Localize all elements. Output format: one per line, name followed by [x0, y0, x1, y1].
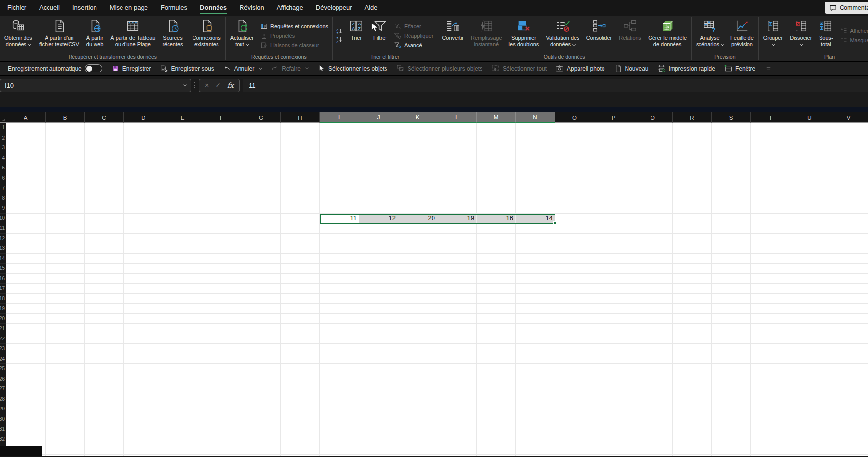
cell-D16[interactable]: [124, 274, 163, 284]
cell-Q18[interactable]: [633, 294, 673, 304]
cell-U10[interactable]: [790, 214, 829, 224]
cell-O33[interactable]: [555, 444, 594, 455]
autosave-toggle[interactable]: [85, 64, 102, 72]
column-header-I[interactable]: I: [320, 112, 359, 123]
cell-L16[interactable]: [437, 274, 477, 284]
column-header-O[interactable]: O: [555, 112, 594, 123]
cell-P8[interactable]: [594, 193, 633, 204]
cell-K8[interactable]: [398, 193, 437, 204]
insert-function-icon[interactable]: fx: [227, 81, 234, 89]
cell-A14[interactable]: [6, 254, 46, 264]
cell-P32[interactable]: [594, 434, 633, 445]
menu-tab-formules[interactable]: Formules: [154, 0, 193, 16]
cell-H4[interactable]: [281, 153, 320, 164]
cell-R30[interactable]: [673, 414, 712, 425]
cell-M29[interactable]: [477, 404, 516, 414]
cell-K21[interactable]: [398, 324, 437, 334]
cell-F18[interactable]: [202, 294, 241, 304]
cell-D30[interactable]: [124, 414, 163, 425]
cell-I11[interactable]: [320, 223, 359, 234]
cell-Q33[interactable]: [633, 444, 673, 455]
cell-M12[interactable]: [477, 234, 516, 244]
cell-N19[interactable]: [516, 304, 555, 314]
cell-R3[interactable]: [673, 143, 712, 153]
row-header-16[interactable]: 16: [0, 274, 6, 284]
cell-I4[interactable]: [320, 153, 359, 164]
cell-N16[interactable]: [516, 274, 555, 284]
cell-J8[interactable]: [359, 193, 398, 204]
cell-K23[interactable]: [398, 344, 437, 354]
cell-H34[interactable]: [281, 455, 320, 457]
cell-G27[interactable]: [241, 384, 281, 394]
cell-L18[interactable]: [437, 294, 477, 304]
cell-A3[interactable]: [6, 143, 46, 153]
subtotal-button[interactable]: Sous-total: [815, 17, 837, 54]
cell-J14[interactable]: [359, 254, 398, 264]
cell-I32[interactable]: [320, 434, 359, 445]
cell-J10[interactable]: 12: [359, 214, 398, 224]
cell-G19[interactable]: [241, 304, 281, 314]
cell-F30[interactable]: [202, 414, 241, 425]
cell-G13[interactable]: [241, 243, 281, 254]
cell-R19[interactable]: [673, 304, 712, 314]
cell-M2[interactable]: [477, 133, 516, 144]
cell-Q23[interactable]: [633, 344, 673, 354]
column-header-U[interactable]: U: [790, 112, 829, 123]
cell-O10[interactable]: [555, 214, 594, 224]
cell-N24[interactable]: [516, 354, 555, 364]
cell-F3[interactable]: [202, 143, 241, 153]
cell-F32[interactable]: [202, 434, 241, 445]
cell-S1[interactable]: [712, 123, 751, 133]
cell-U17[interactable]: [790, 284, 829, 294]
column-header-V[interactable]: V: [829, 112, 868, 123]
cell-P7[interactable]: [594, 183, 633, 193]
cell-L15[interactable]: [437, 264, 477, 274]
row-header-25[interactable]: 25: [0, 364, 6, 374]
cell-T12[interactable]: [751, 234, 790, 244]
what-if-analysis-button[interactable]: ?Analysescénarios: [693, 17, 727, 54]
cell-N11[interactable]: [516, 223, 555, 234]
cell-G31[interactable]: [241, 424, 281, 434]
cell-Q28[interactable]: [633, 394, 673, 405]
cell-P30[interactable]: [594, 414, 633, 425]
cell-M11[interactable]: [477, 223, 516, 234]
cell-H16[interactable]: [281, 274, 320, 284]
menu-tab-données[interactable]: Données: [193, 0, 233, 16]
cell-E27[interactable]: [163, 384, 202, 394]
cell-O28[interactable]: [555, 394, 594, 405]
cell-C24[interactable]: [85, 354, 124, 364]
cell-B32[interactable]: [46, 434, 85, 445]
cell-G22[interactable]: [241, 334, 281, 344]
cell-K22[interactable]: [398, 334, 437, 344]
cell-U33[interactable]: [790, 444, 829, 455]
column-header-P[interactable]: P: [594, 112, 633, 123]
cell-K17[interactable]: [398, 284, 437, 294]
cell-S30[interactable]: [712, 414, 751, 425]
cell-N33[interactable]: [516, 444, 555, 455]
cell-V33[interactable]: [829, 444, 868, 455]
cell-V4[interactable]: [829, 153, 868, 164]
cell-A28[interactable]: [6, 394, 46, 405]
menu-tab-aide[interactable]: Aide: [359, 0, 384, 16]
column-header-D[interactable]: D: [124, 112, 163, 123]
cell-F16[interactable]: [202, 274, 241, 284]
cell-Q26[interactable]: [633, 374, 673, 385]
cell-H31[interactable]: [281, 424, 320, 434]
cell-H19[interactable]: [281, 304, 320, 314]
cell-A5[interactable]: [6, 163, 46, 173]
cell-O19[interactable]: [555, 304, 594, 314]
cell-H12[interactable]: [281, 234, 320, 244]
cell-E31[interactable]: [163, 424, 202, 434]
cell-J22[interactable]: [359, 334, 398, 344]
cell-P16[interactable]: [594, 274, 633, 284]
cell-D22[interactable]: [124, 334, 163, 344]
cell-K27[interactable]: [398, 384, 437, 394]
cell-L29[interactable]: [437, 404, 477, 414]
cell-B3[interactable]: [46, 143, 85, 153]
cell-G32[interactable]: [241, 434, 281, 445]
cell-H27[interactable]: [281, 384, 320, 394]
cell-R17[interactable]: [673, 284, 712, 294]
cell-S10[interactable]: [712, 214, 751, 224]
cell-N1[interactable]: [516, 123, 555, 133]
cell-D26[interactable]: [124, 374, 163, 385]
